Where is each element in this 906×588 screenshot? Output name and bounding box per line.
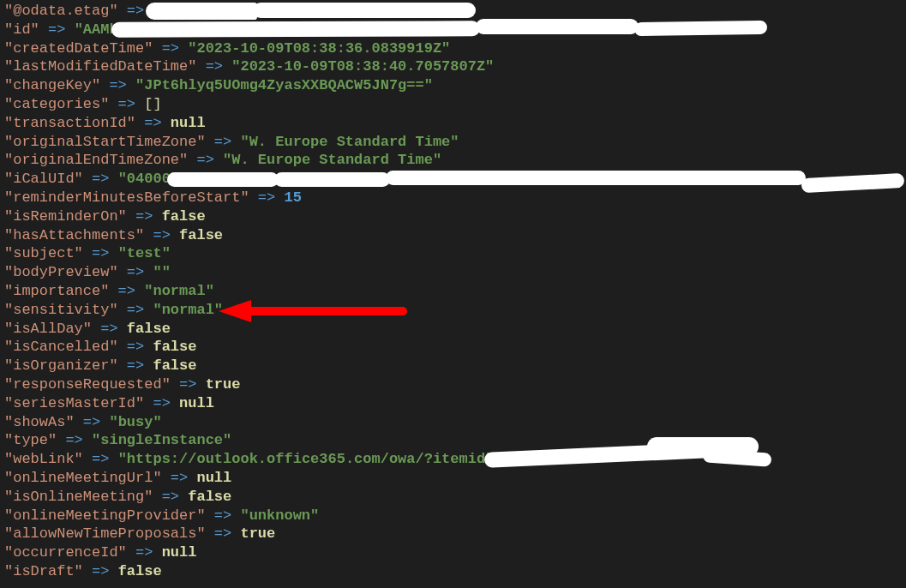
property-key: "createdDateTime" [4,40,153,57]
code-line: "isDraft" => false [4,562,771,581]
property-key: "isCancelled" [4,339,118,355]
code-line: "webLink" => "https://outlook.office365.… [4,450,771,469]
code-line: "showAs" => "busy" [4,413,771,432]
property-value: false [118,563,162,579]
property-value: "unknown" [240,507,319,524]
arrow-token: => [75,414,110,430]
property-key: "occurrenceId" [4,544,127,561]
arrow-token: => [118,339,153,355]
property-key: "categories" [4,96,109,112]
property-key: "showAs" [4,414,75,430]
arrow-token: => [127,208,162,225]
property-value: [] [144,96,161,112]
property-value: false [153,357,196,374]
property-value: "2023-10-09T08:38:40.7057807Z" [231,58,494,75]
property-value: "W. Europe Standard Time" [223,152,441,168]
arrow-token: => [162,470,197,486]
arrow-token: => [144,227,179,243]
code-dump: "@odata.etag" => "W/"JPt6hlyq5UOg==""id"… [0,0,771,588]
redaction-stroke [801,173,905,193]
property-key: "seriesMasterId" [4,395,144,411]
code-line: "importance" => "normal" [4,282,771,301]
arrow-token: => [188,152,223,168]
property-key: "isOnlineMeeting" [4,489,153,505]
arrow-token: => [153,40,188,57]
code-line: "id" => "AAMkA" [4,21,771,39]
property-key: "isReminderOn" [4,208,127,225]
property-key: "sensitivity" [4,302,118,318]
code-line: "changeKey" => "JPt6hlyq5UOmg4ZyasXXBQAC… [4,76,771,95]
property-value: "test" [118,245,171,261]
arrow-token: => [144,395,179,411]
arrow-token: => [92,321,127,337]
arrow-token: => [206,525,241,542]
property-value: null [179,395,214,411]
code-line: "seriesMasterId" => null [4,394,771,413]
property-key: "hasAttachments" [4,227,144,243]
property-value: "JPt6hlyq5UOmg4ZyasXXBQACW5JN7g==" [135,77,433,93]
code-line: "originalStartTimeZone" => "W. Europe St… [4,133,771,152]
code-line: "onlineMeetingProvider" => "unknown" [4,507,771,525]
property-value: false [153,339,196,355]
property-value: "2023-10-09T08:38:36.0839919Z" [188,40,450,57]
arrow-token: => [118,264,153,280]
property-key: "changeKey" [4,77,100,93]
property-value: "AAMkA" [75,21,135,38]
code-line: "isOnlineMeeting" => false [4,488,771,507]
code-line: "createdDateTime" => "2023-10-09T08:38:3… [4,39,771,58]
code-line: "iCalUId" => "04000" [4,170,771,189]
code-line: "onlineMeetingUrl" => null [4,469,771,488]
arrow-token: => [109,96,144,112]
arrow-token: => [39,21,75,38]
property-key: "onlineMeetingUrl" [4,470,162,486]
property-value: false [179,227,223,243]
property-value: false [188,489,231,505]
arrow-token: => [118,357,153,374]
arrow-token: => [83,245,118,261]
code-line: "bodyPreview" => "" [4,263,771,282]
code-line: "isReminderOn" => false [4,207,771,226]
property-key: "subject" [4,245,83,261]
code-line: "type" => "singleInstance" [4,431,771,450]
code-line: "responseRequested" => true [4,375,771,394]
property-key: "type" [4,432,57,448]
property-key: "isDraft" [4,563,83,579]
code-line: "reminderMinutesBeforeStart" => 15 [4,189,771,207]
code-line: "transactionId" => null [4,114,771,133]
arrow-token: => [127,544,162,561]
arrow-token: => [83,563,118,579]
code-line: "categories" => [] [4,95,771,114]
property-value: "W. Europe Standard Time" [240,134,459,150]
code-line: "isOrganizer" => false [4,357,771,375]
arrow-token: => [118,3,153,19]
arrow-token: => [100,77,135,93]
property-key: "importance" [4,283,109,299]
property-key: "allowNewTimeProposals" [4,525,206,542]
property-value: "singleInstance" [92,432,231,448]
property-value: true [240,525,275,542]
property-key: "reminderMinutesBeforeStart" [4,189,249,206]
code-line: "isAllDay" => false [4,320,771,339]
code-line: "originalEndTimeZone" => "W. Europe Stan… [4,151,771,170]
property-value: null [196,470,231,486]
arrow-token: => [153,489,188,505]
property-key: "onlineMeetingProvider" [4,507,206,524]
property-key: "transactionId" [4,115,135,131]
property-value: "normal" [144,283,214,299]
property-value: false [127,321,171,337]
property-value: "busy" [109,414,161,430]
property-value: "W/"JPt6hlyq5UOg==" [153,3,319,19]
property-key: "id" [4,21,39,38]
property-key: "responseRequested" [4,376,171,393]
property-value: true [206,376,241,393]
property-value: false [162,208,206,225]
property-key: "originalEndTimeZone" [4,152,188,168]
arrow-token: => [109,283,144,299]
arrow-token: => [57,432,92,448]
code-line: "isCancelled" => false [4,338,771,357]
arrow-token: => [249,189,285,206]
code-line: "hasAttachments" => false [4,226,771,245]
property-value: "normal" [153,302,223,318]
property-key: "iCalUId" [4,171,83,187]
code-line: "occurrenceId" => null [4,543,771,562]
